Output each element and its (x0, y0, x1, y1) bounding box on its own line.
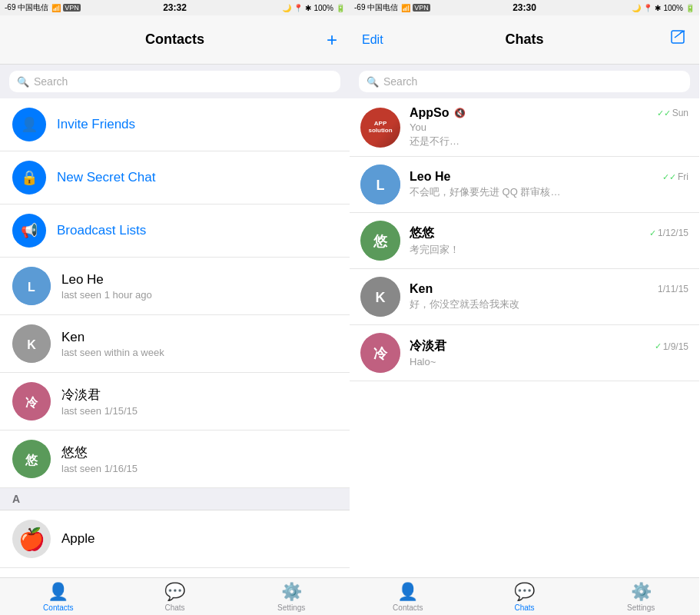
youyou-chat-top: 悠悠 ✓ 1/12/15 (410, 225, 688, 241)
leo-chat-content: Leo He ✓✓ Fri 不会吧，好像要先进 QQ 群审核… (410, 170, 688, 199)
contact-leo-avatar: L (12, 267, 51, 305)
contacts-tab-label: Contacts (43, 603, 73, 612)
invite-friends-label: Invite Friends (57, 117, 135, 132)
ken-chat-time: 1/11/15 (658, 284, 688, 294)
contact-apple-avatar: 🍎 (12, 520, 51, 558)
left-vpn-badge: VPN (63, 4, 81, 12)
chats-header: Edit Chats (350, 15, 699, 65)
right-tab-chats[interactable]: 💬 Chats (466, 582, 583, 612)
appso-chat-preview: You (410, 121, 625, 133)
left-search-input[interactable]: 🔍 Search (9, 71, 340, 92)
contact-cold[interactable]: 冷 冷淡君 last seen 1/15/15 (0, 373, 350, 430)
left-time: 23:32 (163, 2, 187, 13)
settings-tab-icon-right: ⚙️ (631, 582, 652, 602)
left-moon-icon: 🌙 (282, 4, 291, 12)
left-search-icon: 🔍 (17, 76, 29, 88)
ken-chat-avatar: K (360, 277, 400, 317)
contact-apple[interactable]: 🍎 Apple (0, 510, 350, 568)
right-tab-settings[interactable]: ⚙️ Settings (582, 582, 699, 612)
appso-avatar: APPsolution (360, 108, 400, 148)
invite-friends-item[interactable]: 👤 Invite Friends (0, 98, 350, 151)
broadcast-lists-item[interactable]: 📢 Broadcast Lists (0, 204, 350, 258)
appso-chat-time: ✓✓ Sun (657, 108, 688, 118)
contact-leo[interactable]: L Leo He last seen 1 hour ago (0, 258, 350, 315)
cold-chat-preview: Halo~ (410, 356, 625, 367)
left-search-placeholder: Search (34, 75, 68, 88)
right-search-placeholder: Search (383, 75, 417, 88)
chat-ken[interactable]: K Ken 1/11/15 好，你没空就丢给我来改 (350, 269, 699, 325)
chats-title: Chats (505, 32, 543, 48)
chat-cold[interactable]: 冷 冷淡君 ✓ 1/9/15 Halo~ (350, 325, 699, 381)
cold-chat-top: 冷淡君 ✓ 1/9/15 (410, 338, 688, 354)
right-status-right: 🌙 📍 ✱ 100% 🔋 (632, 4, 695, 12)
right-tab-contacts[interactable]: 👤 Contacts (350, 582, 466, 612)
left-status-bar: -69 中国电信 📶 VPN 23:32 🌙 📍 ✱ 100% 🔋 (0, 0, 350, 15)
svg-text:K: K (27, 338, 36, 351)
right-search-input[interactable]: 🔍 Search (359, 71, 690, 92)
chats-tab-icon-left: 💬 (164, 582, 185, 602)
leo-check-icon: ✓✓ (662, 172, 676, 182)
chats-tab-icon-right: 💬 (514, 582, 535, 602)
contact-you-info: 悠悠 last seen 1/16/15 (61, 444, 337, 474)
contact-you[interactable]: 悠 悠悠 last seen 1/16/15 (0, 430, 350, 488)
svg-text:L: L (28, 281, 35, 294)
ken-chat-name: Ken (410, 282, 433, 296)
chat-appso[interactable]: APPsolution AppSo 🔇 ✓✓ Sun You 还是不行… (350, 98, 699, 157)
lock-icon: 🔒 (21, 169, 38, 186)
right-battery: 100% (663, 4, 683, 12)
contacts-tab-label-right: Contacts (393, 603, 423, 612)
contact-ken[interactable]: K Ken last seen within a week (0, 315, 350, 373)
appso-check-icon: ✓✓ (657, 108, 671, 118)
contact-leo-name: Leo He (61, 272, 337, 288)
left-tab-chats[interactable]: 💬 Chats (117, 582, 234, 612)
svg-text:K: K (376, 290, 386, 305)
youyou-chat-avatar: 悠 (360, 221, 400, 261)
right-status-bar: -69 中国电信 📶 VPN 23:30 🌙 📍 ✱ 100% 🔋 (350, 0, 699, 15)
contact-you-sub: last seen 1/16/15 (61, 463, 337, 474)
right-signal: -69 中国电信 (354, 2, 398, 13)
edit-button[interactable]: Edit (362, 33, 383, 47)
youyou-chat-content: 悠悠 ✓ 1/12/15 考完回家！ (410, 225, 688, 257)
contact-cold-sub: last seen 1/15/15 (61, 405, 337, 417)
contact-ken-avatar: K (12, 324, 51, 363)
megaphone-icon: 📢 (21, 222, 38, 239)
contacts-panel: -69 中国电信 📶 VPN 23:32 🌙 📍 ✱ 100% 🔋 Contac… (0, 0, 350, 615)
secret-chat-icon: 🔒 (12, 161, 46, 194)
add-contact-button[interactable]: + (327, 29, 337, 51)
invite-friends-icon: 👤 (12, 108, 46, 141)
right-moon-icon: 🌙 (632, 4, 641, 12)
compose-icon (670, 29, 687, 46)
invite-person-icon: 👤 (21, 116, 38, 133)
appso-chat-top: AppSo 🔇 ✓✓ Sun (410, 106, 688, 120)
new-secret-chat-item[interactable]: 🔒 New Secret Chat (0, 151, 350, 204)
left-location-icon: 📍 (294, 4, 303, 12)
chats-list: APPsolution AppSo 🔇 ✓✓ Sun You 还是不行… (350, 98, 699, 577)
left-wifi-icon: 📶 (51, 4, 61, 12)
contacts-title: Contacts (145, 32, 204, 48)
chat-youyou[interactable]: 悠 悠悠 ✓ 1/12/15 考完回家！ (350, 213, 699, 269)
appso-chat-content: AppSo 🔇 ✓✓ Sun You 还是不行… (410, 106, 688, 148)
cold-check-icon: ✓ (655, 341, 662, 351)
left-tab-settings[interactable]: ⚙️ Settings (233, 582, 350, 612)
leo-chat-name: Leo He (410, 170, 450, 184)
leo-chat-top: Leo He ✓✓ Fri (410, 170, 688, 184)
contact-you-name: 悠悠 (61, 444, 337, 461)
svg-line-10 (675, 33, 681, 38)
contact-ken-info: Ken last seen within a week (61, 330, 337, 358)
chats-tab-label-right: Chats (514, 603, 534, 612)
right-search-icon: 🔍 (367, 76, 379, 88)
youyou-chat-preview: 考完回家！ (410, 243, 625, 257)
left-tab-contacts[interactable]: 👤 Contacts (0, 582, 117, 612)
right-battery-icon: 🔋 (685, 4, 695, 12)
chat-leo[interactable]: L Leo He ✓✓ Fri 不会吧，好像要先进 QQ 群审核… (350, 157, 699, 213)
svg-text:悠: 悠 (373, 234, 388, 249)
left-search-bar: 🔍 Search (0, 65, 350, 98)
compose-button[interactable] (670, 29, 687, 51)
left-battery-icon: 🔋 (336, 4, 345, 12)
contact-cold-info: 冷淡君 last seen 1/15/15 (61, 386, 337, 417)
appso-chat-name: AppSo (410, 106, 450, 120)
ken-chat-preview: 好，你没空就丢给我来改 (410, 298, 625, 311)
chats-tab-label-left: Chats (164, 603, 184, 612)
broadcast-icon: 📢 (12, 214, 46, 248)
cold-chat-avatar: 冷 (360, 333, 400, 373)
